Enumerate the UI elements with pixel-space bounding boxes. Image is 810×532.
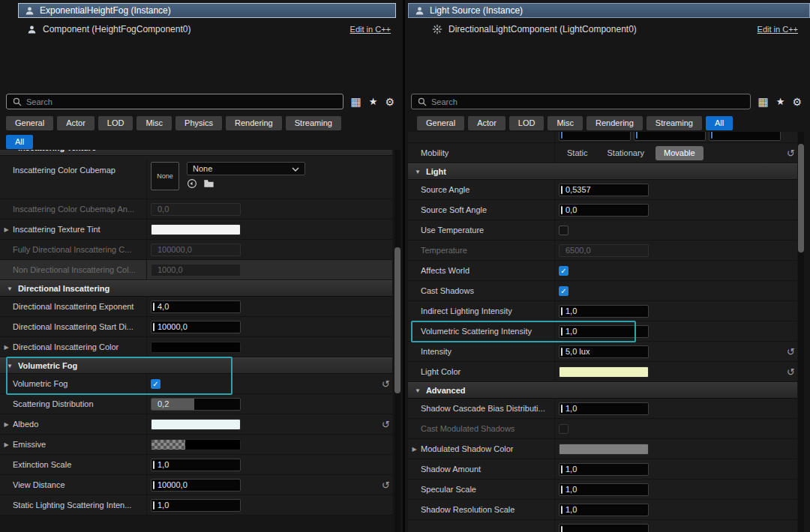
value-text: 1,0 (560, 404, 577, 413)
component-row[interactable]: DirectionalLightComponent (LightComponen… (405, 22, 810, 36)
value-input[interactable]: 4,0 (151, 300, 241, 313)
section-header[interactable]: ▼Volumetric Fog (0, 357, 392, 374)
tab-streaming[interactable]: Streaming (646, 116, 702, 130)
value-input[interactable]: 10000,0 (151, 479, 241, 492)
tab-rendering[interactable]: Rendering (226, 116, 282, 130)
tab-all[interactable]: All (6, 135, 33, 149)
expander-icon[interactable]: ▶ (412, 446, 416, 453)
value-input[interactable]: 10000,0 (151, 321, 241, 333)
tab-streaming[interactable]: Streaming (286, 116, 341, 130)
edit-cpp-link[interactable]: Edit in C++ (350, 25, 391, 34)
expander-icon[interactable]: ▶ (4, 226, 8, 233)
value-input[interactable]: 6500,0 (559, 244, 649, 257)
search-box[interactable] (6, 94, 344, 109)
expander-icon[interactable]: ▶ (4, 441, 8, 448)
tab-rendering[interactable]: Rendering (586, 116, 643, 130)
favorites-star-icon[interactable]: ★ (776, 97, 785, 106)
tab-lod[interactable]: LOD (509, 116, 544, 130)
property-label: Temperature (421, 246, 554, 255)
titlebar[interactable]: ExponentialHeightFog (Instance) (18, 3, 396, 18)
tab-lod[interactable]: LOD (98, 116, 134, 130)
value-input[interactable]: 1,0 (559, 402, 649, 415)
tab-general[interactable]: General (417, 116, 464, 130)
checkbox[interactable]: ✓ (151, 379, 160, 389)
mobility-movable-button[interactable]: Movable (656, 146, 704, 160)
use-selected-asset-icon[interactable] (187, 178, 197, 189)
value-input[interactable]: 0,5357 (559, 184, 649, 196)
section-header[interactable]: ▼Inscattering Texture (0, 150, 392, 156)
value-input[interactable]: 5,0 lux (559, 345, 649, 358)
reset-to-default-button[interactable]: ↺ (379, 419, 392, 430)
section-header[interactable]: ▼Light (408, 163, 797, 180)
edit-cpp-link[interactable]: Edit in C++ (758, 25, 798, 34)
property-row: Affects World✓ (408, 261, 797, 281)
search-input[interactable] (26, 97, 337, 106)
settings-gear-icon[interactable]: ⚙ (792, 97, 802, 107)
component-row[interactable]: Component (HeightFogComponent0) Edit in … (0, 22, 403, 36)
reset-to-default-button[interactable]: ↺ (784, 346, 797, 357)
scrollbar-thumb[interactable] (798, 144, 804, 253)
property-row: Volumetric Scattering Intensity1,0 (408, 321, 797, 342)
property-label: Static Lighting Scattering Inten... (13, 501, 146, 510)
tab-general[interactable]: General (6, 116, 53, 130)
value-text: 1,0 (560, 485, 577, 494)
reset-to-default-button[interactable]: ↺ (379, 480, 392, 491)
mobility-static-button[interactable]: Static (559, 146, 596, 160)
value-input[interactable]: 1,0 (151, 499, 241, 512)
grid-view-icon[interactable]: ▦ (351, 96, 362, 107)
component-label: Component (HeightFogComponent0) (43, 24, 190, 34)
value-input[interactable]: 1000,0 (151, 264, 241, 276)
color-swatch[interactable] (559, 444, 649, 455)
browse-to-asset-icon[interactable] (203, 178, 214, 189)
reset-to-default-button[interactable]: ↺ (784, 148, 797, 159)
reset-to-default-button[interactable]: ↺ (379, 378, 392, 390)
property-label: Inscattering Texture Tint (13, 225, 146, 234)
value-input[interactable]: 1,0 (559, 325, 649, 338)
tab-all[interactable]: All (706, 116, 733, 130)
checkbox[interactable]: ✓ (559, 286, 568, 296)
value-input[interactable]: 0,0 (151, 203, 241, 216)
scrollbar-thumb[interactable] (394, 247, 400, 393)
value-input[interactable]: 1,0 (559, 483, 649, 496)
row-control: 4,0 (146, 297, 392, 316)
checkbox[interactable] (559, 226, 568, 235)
slider-input[interactable]: 0,2 (151, 398, 241, 411)
settings-gear-icon[interactable]: ⚙ (385, 97, 394, 107)
grid-view-icon[interactable]: ▦ (758, 96, 769, 107)
checkbox[interactable]: ✓ (559, 266, 568, 276)
mobility-stationary-button[interactable]: Stationary (599, 146, 653, 160)
search-box[interactable] (411, 94, 751, 109)
asset-dropdown[interactable]: None (187, 162, 305, 175)
color-swatch[interactable] (151, 342, 241, 353)
value-input[interactable]: 1,0 (559, 463, 649, 476)
checkbox[interactable] (559, 424, 568, 434)
tab-actor[interactable]: Actor (57, 116, 94, 130)
value-input[interactable]: 1,0 (151, 459, 241, 471)
color-swatch[interactable] (151, 224, 241, 235)
titlebar[interactable]: Light Source (Instance) (408, 3, 810, 18)
value-input[interactable] (634, 132, 706, 141)
tab-misc[interactable]: Misc (548, 116, 583, 130)
tab-physics[interactable]: Physics (176, 116, 222, 130)
expander-icon[interactable]: ▶ (4, 344, 8, 351)
value-input[interactable]: 1,0 (559, 305, 649, 318)
tab-actor[interactable]: Actor (468, 116, 506, 130)
expander-icon[interactable]: ▶ (4, 421, 8, 428)
value-input[interactable]: 1,0 (559, 504, 649, 516)
value-input[interactable] (559, 132, 631, 141)
favorites-star-icon[interactable]: ★ (369, 97, 378, 106)
value-input[interactable]: 100000,0 (151, 244, 241, 256)
value-input[interactable]: 0,0 (559, 204, 649, 217)
value-input[interactable] (559, 524, 649, 532)
search-input[interactable] (431, 97, 744, 106)
color-swatch[interactable] (151, 439, 241, 450)
value-input[interactable] (709, 132, 781, 141)
asset-thumbnail[interactable]: None (151, 162, 179, 190)
section-header[interactable]: ▼Directional Inscattering (0, 280, 392, 297)
color-swatch[interactable] (559, 366, 649, 378)
reset-to-default-button[interactable]: ↺ (784, 366, 797, 378)
tab-misc[interactable]: Misc (136, 116, 172, 130)
color-swatch[interactable] (151, 419, 241, 430)
property-row: Volumetric Fog✓↺ (0, 374, 392, 394)
section-header[interactable]: ▼Advanced (408, 382, 797, 399)
